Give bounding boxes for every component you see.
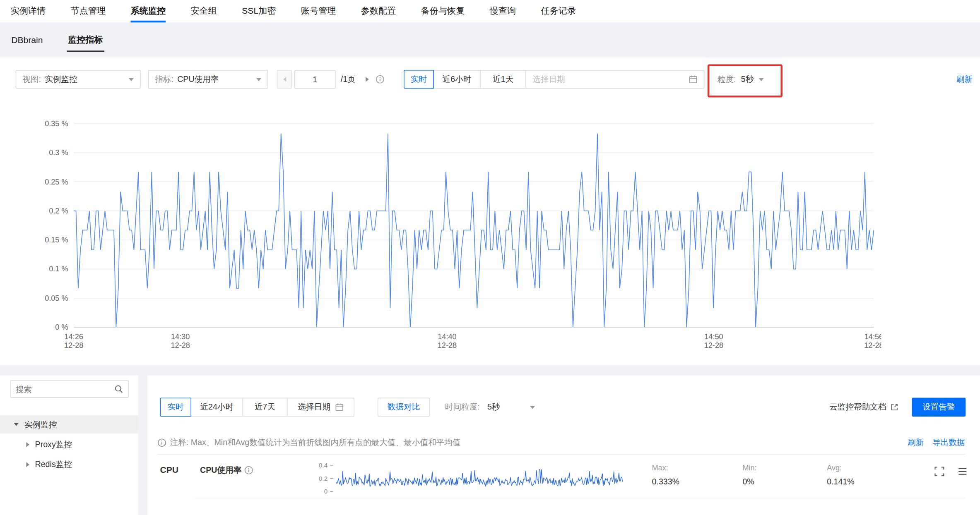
granularity-label: 粒度:	[718, 74, 736, 85]
min-value: 0%	[742, 477, 756, 486]
date-placeholder: 选择日期	[532, 74, 689, 85]
tree-item-label: Proxy监控	[35, 438, 72, 450]
chevron-right-icon	[366, 77, 369, 82]
note-text: 注释: Max、Min和Avg数值统计为当前折线图内所有点的最大值、最小值和平均…	[170, 437, 461, 448]
metrics-date-label: 选择日期	[298, 402, 330, 413]
tab-security-group[interactable]: 安全组	[190, 0, 217, 22]
tree-item-instance-monitor[interactable]: 实例监控	[0, 415, 138, 434]
avg-label: Avg:	[827, 463, 855, 472]
refresh-link[interactable]: 刷新	[956, 70, 973, 89]
svg-text:14:50: 14:50	[704, 333, 723, 341]
metrics-range-realtime-button[interactable]: 实时	[160, 398, 191, 417]
svg-text:0.1 %: 0.1 %	[49, 265, 68, 273]
svg-text:0 %: 0 %	[55, 323, 68, 331]
tab-account-manage[interactable]: 账号管理	[301, 0, 336, 22]
range-6h-button[interactable]: 近6小时	[433, 70, 481, 89]
cloud-monitor-help-link[interactable]: 云监控帮助文档	[829, 398, 899, 417]
info-icon	[157, 438, 166, 447]
page-input[interactable]	[294, 70, 336, 89]
data-compare-button[interactable]: 数据对比	[378, 398, 430, 417]
search-icon[interactable]	[114, 385, 123, 393]
tab-task-record[interactable]: 任务记录	[541, 0, 576, 22]
stat-min: Min: 0%	[742, 463, 756, 486]
metrics-time-range-group: 实时 近24小时 近7天 选择日期	[160, 398, 354, 417]
tab-instance-detail[interactable]: 实例详情	[11, 0, 46, 22]
caret-down-icon	[14, 423, 19, 426]
cpu-usage-chart[interactable]: 0.35 %0.3 %0.25 %0.2 %0.15 %0.1 %0.05 %0…	[41, 119, 881, 359]
view-select-value: 实例监控	[45, 74, 129, 85]
tree-item-redis-monitor[interactable]: Redis监控	[0, 455, 138, 473]
svg-text:12-28: 12-28	[64, 341, 83, 350]
granularity-select[interactable]: 粒度: 5秒	[718, 70, 763, 89]
max-label: Max:	[652, 463, 680, 472]
chevron-down-icon	[758, 78, 763, 81]
chevron-down-icon	[256, 78, 261, 81]
range-1d-button[interactable]: 近1天	[480, 70, 526, 89]
fullscreen-icon[interactable]	[934, 467, 944, 477]
metrics-granularity-label: 时间粒度:	[445, 402, 480, 413]
tab-node-manage[interactable]: 节点管理	[71, 0, 106, 22]
metrics-detail-panel: 实时 近24小时 近7天 选择日期 数据对比 时间粒度: 5秒 云监控帮助文档 …	[147, 375, 980, 515]
metrics-sidebar: 实例监控 Proxy监控 Redis监控	[0, 375, 138, 515]
tab-system-monitor[interactable]: 系统监控	[131, 0, 166, 22]
metric-select[interactable]: 指标: CPU使用率	[148, 70, 268, 89]
granularity-value: 5秒	[741, 74, 754, 85]
sub-nav: DBbrain 监控指标	[0, 22, 980, 57]
metrics-date-picker-button[interactable]: 选择日期	[287, 398, 354, 417]
metric-select-label: 指标:	[155, 74, 173, 85]
stat-max: Max: 0.333%	[652, 463, 680, 486]
svg-text:14:30: 14:30	[171, 333, 190, 341]
set-alarm-button[interactable]: 设置告警	[912, 398, 966, 417]
svg-text:12-28: 12-28	[171, 341, 190, 350]
caret-right-icon	[26, 462, 29, 467]
divider	[157, 454, 965, 455]
note-links: 刷新 导出数据	[908, 436, 965, 449]
next-page-button[interactable]	[362, 70, 373, 89]
view-select[interactable]: 视图: 实例监控	[16, 70, 141, 89]
tab-slow-query[interactable]: 慢查询	[490, 0, 516, 22]
range-realtime-button[interactable]: 实时	[404, 70, 433, 89]
tab-dbbrain[interactable]: DBbrain	[10, 22, 44, 57]
svg-text:0.35 %: 0.35 %	[45, 120, 68, 128]
min-label: Min:	[742, 463, 756, 472]
info-icon[interactable]	[245, 466, 253, 474]
chevron-down-icon	[129, 78, 134, 81]
metrics-range-24h-button[interactable]: 近24小时	[190, 398, 243, 417]
svg-text:0.15 %: 0.15 %	[45, 236, 68, 244]
date-picker-input[interactable]: 选择日期	[526, 70, 705, 89]
info-icon[interactable]	[376, 75, 384, 84]
svg-text:0.4: 0.4	[319, 462, 327, 469]
svg-text:14:40: 14:40	[438, 333, 456, 341]
search-box	[10, 380, 129, 398]
tab-ssl[interactable]: SSL加密	[242, 0, 276, 22]
tab-param-config[interactable]: 参数配置	[361, 0, 396, 22]
svg-text:14:56: 14:56	[864, 333, 881, 341]
prev-page-button[interactable]	[277, 70, 292, 89]
tab-monitor-metrics[interactable]: 监控指标	[67, 22, 104, 57]
cpu-usage-sparkline: 0.40.20	[315, 462, 628, 497]
menu-icon[interactable]	[958, 467, 968, 477]
tab-backup-restore[interactable]: 备份与恢复	[421, 0, 465, 22]
pagination: /1页	[277, 70, 384, 89]
tree-item-label: 实例监控	[24, 419, 57, 430]
top-nav: 实例详情 节点管理 系统监控 安全组 SSL加密 账号管理 参数配置 备份与恢复…	[0, 0, 980, 22]
metrics-granularity-select[interactable]: 时间粒度: 5秒	[445, 398, 535, 417]
page: 实例详情 节点管理 系统监控 安全组 SSL加密 账号管理 参数配置 备份与恢复…	[0, 0, 980, 515]
svg-text:12-28: 12-28	[438, 341, 457, 350]
metric-row-title: CPU使用率	[200, 465, 253, 476]
svg-text:0: 0	[324, 488, 327, 495]
stat-avg: Avg: 0.141%	[827, 463, 855, 486]
search-input[interactable]	[16, 384, 115, 394]
calendar-icon	[689, 75, 698, 84]
export-data-link[interactable]: 导出数据	[932, 437, 965, 448]
tree-item-label: Redis监控	[35, 459, 72, 470]
svg-text:12-28: 12-28	[704, 341, 723, 350]
monitor-panel: 视图: 实例监控 指标: CPU使用率 /1页 实时 近6小时 近1天 选择日期	[0, 57, 980, 365]
tree-item-proxy-monitor[interactable]: Proxy监控	[0, 435, 138, 453]
metric-category-label: CPU	[160, 465, 178, 474]
metrics-refresh-link[interactable]: 刷新	[908, 437, 924, 448]
caret-right-icon	[26, 442, 29, 447]
metrics-granularity-value: 5秒	[487, 402, 500, 413]
max-value: 0.333%	[652, 477, 680, 486]
metrics-range-7d-button[interactable]: 近7天	[243, 398, 288, 417]
